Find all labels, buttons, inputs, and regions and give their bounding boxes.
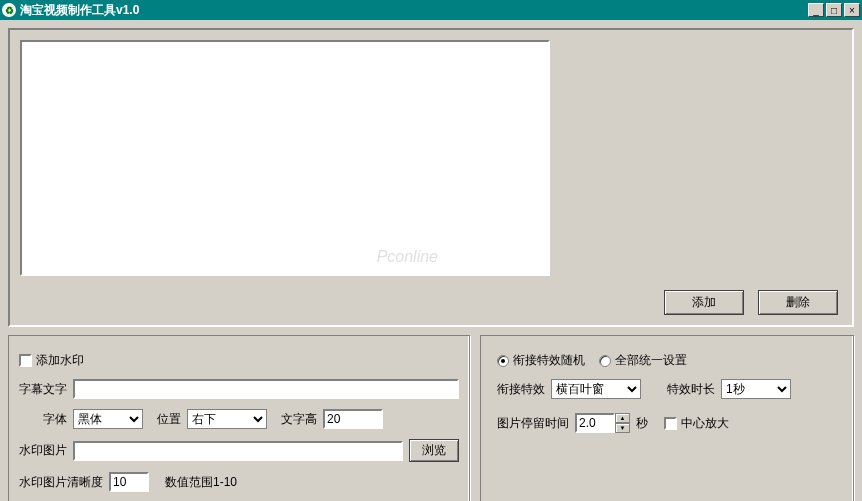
add-watermark-checkbox[interactable]: 添加水印 (19, 352, 84, 369)
sharpness-hint: 数值范围1-10 (165, 474, 237, 491)
stay-time-unit: 秒 (636, 415, 648, 432)
font-select[interactable]: 黑体 (73, 409, 143, 429)
stay-time-input[interactable] (575, 413, 615, 433)
center-zoom-checkbox[interactable]: 中心放大 (664, 415, 729, 432)
font-label: 字体 (43, 411, 67, 428)
effects-panel: 衔接特效随机 全部统一设置 衔接特效 横百叶窗 特效时长 1秒 图片停留时间 ▲ (480, 335, 854, 501)
unified-effect-label: 全部统一设置 (615, 352, 687, 369)
subtitle-text-label: 字幕文字 (19, 381, 67, 398)
watermark-logo: Pconline (377, 248, 438, 266)
watermark-image-label: 水印图片 (19, 442, 67, 459)
image-listbox[interactable]: Pconline (20, 40, 550, 276)
app-icon: ♻ (2, 3, 16, 17)
preview-panel: Pconline 添加 删除 (8, 28, 854, 327)
client-area: Pconline 添加 删除 添加水印 字幕文字 字体 黑体 位置 右下 (0, 20, 862, 501)
minimize-button[interactable]: _ (808, 3, 824, 17)
spinner-down-icon[interactable]: ▼ (615, 423, 630, 433)
titlebar: ♻ 淘宝视频制作工具v1.0 _ □ × (0, 0, 862, 20)
duration-select[interactable]: 1秒 (721, 379, 791, 399)
watermark-image-input[interactable] (73, 441, 403, 461)
sharpness-input[interactable] (109, 472, 149, 492)
stay-time-spinner[interactable]: ▲ ▼ (575, 413, 630, 433)
stay-time-label: 图片停留时间 (497, 415, 569, 432)
delete-button[interactable]: 删除 (758, 290, 838, 315)
random-effect-radio[interactable]: 衔接特效随机 (497, 352, 585, 369)
add-watermark-label: 添加水印 (36, 352, 84, 369)
browse-button[interactable]: 浏览 (409, 439, 459, 462)
subtitle-text-input[interactable] (73, 379, 459, 399)
unified-effect-radio[interactable]: 全部统一设置 (599, 352, 687, 369)
duration-label: 特效时长 (667, 381, 715, 398)
maximize-button[interactable]: □ (826, 3, 842, 17)
effect-select[interactable]: 横百叶窗 (551, 379, 641, 399)
position-select[interactable]: 右下 (187, 409, 267, 429)
position-label: 位置 (157, 411, 181, 428)
text-height-input[interactable] (323, 409, 383, 429)
window-title: 淘宝视频制作工具v1.0 (20, 2, 808, 19)
spinner-up-icon[interactable]: ▲ (615, 413, 630, 423)
random-effect-label: 衔接特效随机 (513, 352, 585, 369)
watermark-panel: 添加水印 字幕文字 字体 黑体 位置 右下 文字高 水印图片 浏览 水印 (8, 335, 470, 501)
close-button[interactable]: × (844, 3, 860, 17)
text-height-label: 文字高 (281, 411, 317, 428)
add-button[interactable]: 添加 (664, 290, 744, 315)
effect-label: 衔接特效 (497, 381, 545, 398)
sharpness-label: 水印图片清晰度 (19, 474, 103, 491)
center-zoom-label: 中心放大 (681, 415, 729, 432)
